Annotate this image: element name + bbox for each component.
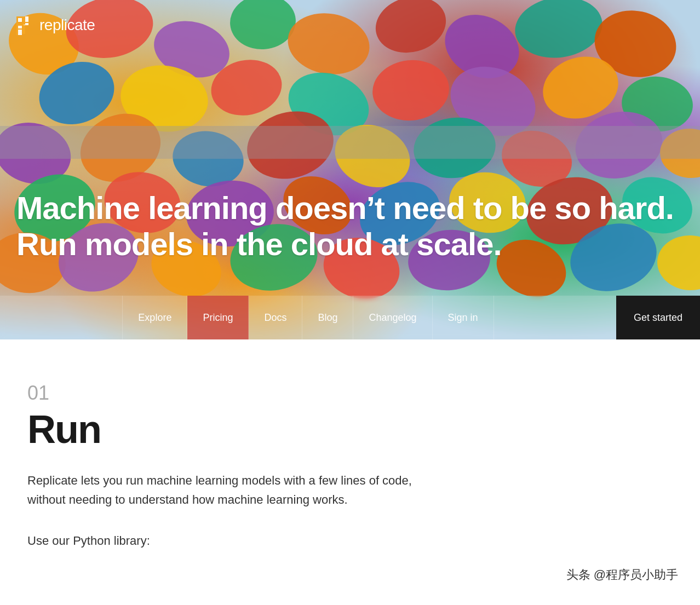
watermark: 头条 @程序员小助手 [566, 567, 678, 583]
svg-rect-53 [16, 16, 18, 35]
svg-rect-56 [18, 24, 24, 26]
navbar: Explore Pricing Docs Blog Changelog Sign… [0, 296, 700, 339]
svg-point-13 [370, 56, 452, 124]
hero-headline: Machine learning doesn’t need to be so h… [16, 190, 684, 263]
nav-item-changelog[interactable]: Changelog [353, 296, 432, 339]
nav-item-explore[interactable]: Explore [122, 296, 187, 339]
svg-point-4 [283, 7, 375, 80]
nav-item-pricing[interactable]: Pricing [187, 296, 249, 339]
section-title: Run [27, 410, 673, 449]
nav-item-docs[interactable]: Docs [249, 296, 302, 339]
svg-rect-43 [0, 126, 700, 159]
nav-get-started-button[interactable]: Get started [616, 296, 700, 339]
logo-label: replicate [39, 16, 95, 34]
hero-section: replicate Machine learning doesn’t need … [0, 0, 700, 339]
section-description: Replicate lets you run machine learning … [27, 471, 444, 509]
svg-rect-55 [24, 16, 25, 25]
svg-point-3 [228, 0, 298, 52]
logo[interactable]: replicate [15, 15, 95, 35]
hero-headline-text: Machine learning doesn’t need to be so h… [16, 190, 684, 263]
replicate-logo-icon [15, 15, 35, 35]
svg-rect-57 [22, 26, 25, 34]
main-content: 01 Run Replicate lets you run machine le… [0, 339, 700, 584]
svg-point-5 [369, 0, 452, 60]
section-subtitle: Use our Python library: [27, 531, 673, 550]
nav-item-blog[interactable]: Blog [302, 296, 353, 339]
svg-point-7 [511, 0, 606, 64]
svg-rect-54 [18, 16, 24, 18]
section-number: 01 [27, 383, 673, 403]
hero-background [0, 0, 700, 339]
nav-center: Explore Pricing Docs Blog Changelog Sign… [0, 296, 616, 339]
nav-item-signin[interactable]: Sign in [433, 296, 494, 339]
